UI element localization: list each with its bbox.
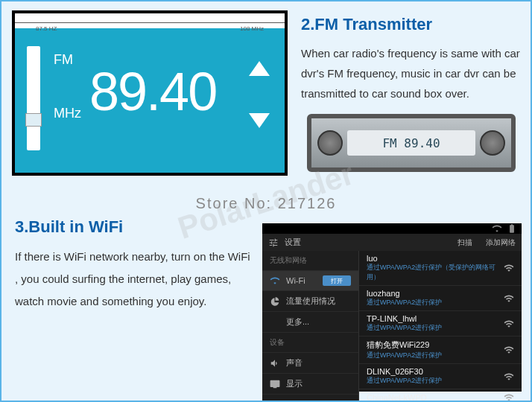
wifi-status-icon [492, 223, 502, 234]
wifi-section-text: If there is WiFi network nearby, turn on… [15, 246, 253, 313]
wifi-section-title: 3.Built in WiFi [15, 217, 253, 237]
sidebar-display-label: 显示 [286, 378, 303, 389]
volume-slider-thumb[interactable] [25, 113, 42, 127]
fm-scale-max: 108 MHz [240, 25, 264, 32]
sidebar-category-device: 设备 [262, 333, 358, 353]
network-name: ChinaNet-kWPD [367, 393, 504, 402]
tune-down-button[interactable] [249, 113, 270, 128]
wifi-signal-icon [504, 345, 514, 355]
network-name: TP-LINK_lhwl [367, 314, 504, 323]
network-name: DLINK_026F30 [367, 367, 504, 376]
stereo-display: FM 89.40 [347, 130, 475, 156]
network-security: 通过WPA/WPA2进行保护 [367, 351, 504, 360]
android-settings-screenshot: 设置 扫描 添加网络 无线和网络 Wi-Fi 打开 流量使用情况 更多... [262, 223, 522, 392]
wifi-signal-icon [504, 263, 514, 273]
fm-band-label: FM [54, 52, 73, 68]
settings-sliders-icon [268, 237, 279, 248]
network-security: 通过WPA/WPA2进行保护 [367, 298, 504, 307]
wifi-network-item[interactable]: ChinaNet-kWPD [359, 389, 522, 402]
fm-tuner-screenshot: 87.5 HZ 108 MHz FM MHz 89.40 [12, 10, 288, 176]
sidebar-item-display[interactable]: 显示 [262, 374, 358, 395]
fm-scale-min: 87.5 HZ [36, 25, 57, 32]
network-security: 通过WPA/WPA2进行保护 [367, 376, 504, 386]
wifi-network-item[interactable]: luo通过WPA/WPA2进行保护（受保护的网络可用） [359, 251, 522, 286]
wifi-signal-icon [504, 371, 514, 382]
sidebar-item-sound[interactable]: 声音 [262, 353, 358, 374]
data-usage-icon [270, 296, 280, 307]
wifi-signal-icon [504, 319, 514, 329]
tune-up-button[interactable] [249, 61, 270, 76]
wifi-icon [270, 275, 280, 286]
fm-frequency-value: 89.40 [89, 61, 216, 122]
network-name: 猎豹免费WiFi229 [367, 339, 504, 351]
wifi-signal-icon [504, 392, 514, 402]
display-icon [270, 379, 280, 389]
sidebar-item-wifi[interactable]: Wi-Fi 打开 [262, 271, 358, 291]
stereo-knob-right [480, 130, 505, 156]
store-number-watermark: Store No: 217126 [1, 195, 531, 212]
network-name: luozhang [367, 289, 504, 298]
fm-section-title: 2.FM Transmitter [301, 15, 522, 34]
wifi-signal-icon [504, 293, 514, 304]
sidebar-category-wireless: 无线和网络 [262, 251, 358, 271]
android-status-bar [262, 223, 522, 234]
scan-label[interactable]: 扫描 [457, 237, 472, 248]
stereo-knob-left [317, 130, 343, 156]
fm-section-text: When car radio's frequency is same with … [301, 43, 522, 103]
fm-scale: 87.5 HZ 108 MHz [15, 13, 285, 39]
wifi-toggle[interactable]: 打开 [323, 275, 351, 286]
wifi-network-item[interactable]: DLINK_026F30通过WPA/WPA2进行保护 [359, 364, 522, 389]
network-security: 通过WPA/WPA2进行保护（受保护的网络可用） [367, 263, 504, 282]
settings-sidebar: 无线和网络 Wi-Fi 打开 流量使用情况 更多... 设备 声音 [262, 251, 359, 402]
settings-header: 设置 [285, 237, 301, 248]
volume-slider-track[interactable] [27, 46, 40, 150]
fm-unit-label: MHz [54, 106, 81, 121]
sidebar-item-more[interactable]: 更多... [262, 312, 358, 333]
sidebar-sound-label: 声音 [286, 357, 303, 368]
wifi-network-item[interactable]: luozhang通过WPA/WPA2进行保护 [359, 286, 522, 311]
add-network-label[interactable]: 添加网络 [486, 237, 516, 248]
sidebar-wifi-label: Wi-Fi [286, 276, 305, 285]
sidebar-data-label: 流量使用情况 [286, 296, 335, 307]
sidebar-more-label: 更多... [286, 316, 309, 328]
wifi-network-list: luo通过WPA/WPA2进行保护（受保护的网络可用）luozhang通过WPA… [359, 251, 522, 402]
sidebar-item-data[interactable]: 流量使用情况 [262, 291, 358, 312]
network-name: luo [367, 254, 504, 263]
wifi-network-item[interactable]: 猎豹免费WiFi229通过WPA/WPA2进行保护 [359, 336, 522, 364]
sound-icon [270, 358, 280, 368]
wifi-network-item[interactable]: TP-LINK_lhwl通过WPA/WPA2进行保护 [359, 311, 522, 336]
car-stereo-illustration: FM 89.40 [307, 114, 516, 172]
network-security: 通过WPA/WPA2进行保护 [367, 323, 504, 333]
battery-status-icon [507, 223, 517, 234]
